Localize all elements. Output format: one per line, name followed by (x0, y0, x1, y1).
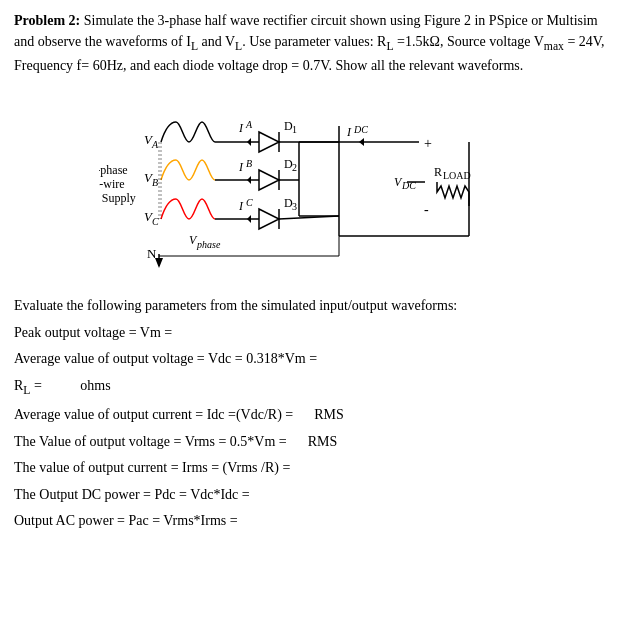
svg-marker-34 (259, 209, 279, 229)
eval-header: Evaluate the following parameters from t… (14, 294, 614, 319)
circuit-diagram: 3-phase 4-wire AC Supply V A I A D 1 V B… (14, 86, 614, 286)
svg-marker-50 (359, 138, 364, 146)
svg-text:1: 1 (292, 124, 297, 135)
line-1: Peak output voltage = Vm = (14, 321, 614, 346)
svg-text:A: A (151, 139, 159, 150)
problem-description: Simulate the 3-phase half wave rectifier… (14, 13, 605, 73)
svg-text:LOAD: LOAD (443, 170, 471, 181)
svg-text:C: C (246, 197, 253, 208)
svg-text:AC Supply: AC Supply (99, 191, 136, 205)
svg-text:4-wire: 4-wire (99, 177, 125, 191)
svg-text:I: I (238, 199, 244, 213)
svg-text:3: 3 (292, 201, 297, 212)
svg-text:DC: DC (353, 124, 368, 135)
svg-text:A: A (245, 119, 253, 130)
line-6: The value of output current = Irms = (Vr… (14, 456, 614, 481)
svg-text:I: I (238, 160, 244, 174)
svg-text:B: B (246, 158, 252, 169)
svg-text:R: R (434, 165, 442, 179)
svg-text:I: I (346, 125, 352, 139)
svg-marker-9 (259, 132, 279, 152)
svg-marker-19 (247, 176, 251, 184)
line-2: Average value of output voltage = Vdc = … (14, 347, 614, 372)
line-5: The Value of output voltage = Vrms = 0.5… (14, 430, 614, 455)
svg-marker-8 (247, 138, 251, 146)
svg-text:+: + (424, 136, 432, 151)
evaluation-section: Evaluate the following parameters from t… (14, 294, 614, 533)
svg-marker-33 (247, 215, 251, 223)
line-3: RL = ohms (14, 374, 614, 401)
line-8: Output AC power = Pac = Vrms*Irms = (14, 509, 614, 534)
svg-text:C: C (152, 216, 159, 227)
svg-marker-43 (155, 258, 163, 268)
svg-text:B: B (152, 177, 158, 188)
svg-text:I: I (238, 121, 244, 135)
svg-text:3-phase: 3-phase (99, 163, 128, 177)
svg-text:-: - (424, 202, 429, 217)
line-4: Average value of output current = Idc =(… (14, 403, 614, 428)
svg-text:2: 2 (292, 162, 297, 173)
line-7: The Output DC power = Pdc = Vdc*Idc = (14, 483, 614, 508)
svg-marker-20 (259, 170, 279, 190)
svg-text:phase: phase (196, 239, 221, 250)
problem-label: Problem 2: (14, 13, 80, 28)
problem-statement: Problem 2: Simulate the 3-phase half wav… (14, 10, 614, 76)
